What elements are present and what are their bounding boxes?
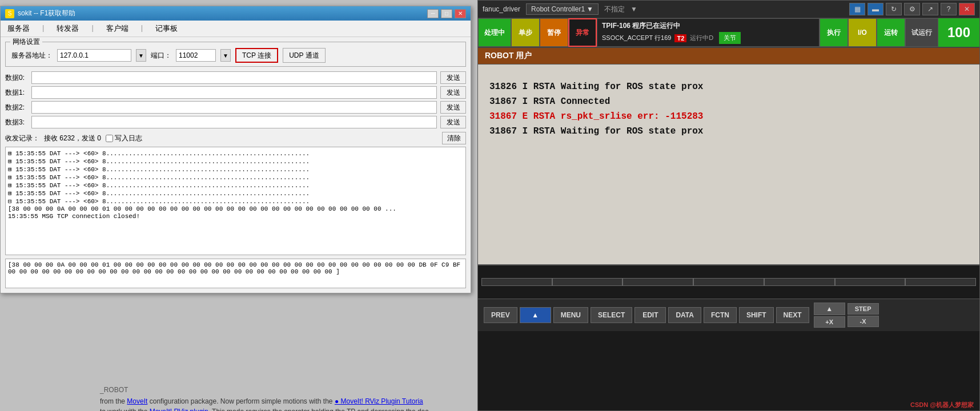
edit-button[interactable]: EDIT [634,307,666,323]
udp-channel-button[interactable]: UDP 通道 [283,48,325,63]
write-log-label[interactable]: 写入日志 [106,134,142,143]
export-icon[interactable]: ↗ [922,3,938,15]
data-row-3: 数据3: 发送 [5,116,466,128]
select-button[interactable]: SELECT [591,307,632,323]
status-processing[interactable]: 处理中 [478,18,511,47]
menu-button[interactable]: MENU [553,307,588,323]
addr-input[interactable] [57,49,131,62]
fanuc-titlebar-icons: ▦ ▬ ↻ ⚙ ↗ ? ✕ [849,3,975,15]
plus-x-button[interactable]: +X [814,316,845,328]
port-label: 端口： [151,51,171,61]
log-line-4: ⊞ 15:35:55 DAT ---> <60> 8..............… [8,182,463,189]
write-log-checkbox[interactable] [106,135,113,142]
shift-button[interactable]: SHIFT [739,307,774,323]
blog-text-4: . This mode requires the operator holdin… [208,408,429,411]
prev-button[interactable]: PREV [484,307,517,323]
status-execute[interactable]: 执行 [820,18,848,47]
log-line-5: ⊞ 15:35:55 DAT ---> <60> 8..............… [8,190,463,197]
sokit-window: S sokit -- F1获取帮助 ─ □ ✕ 服务器 | 转发器 | 客户端 … [0,6,471,293]
robot-label: _ROBOT [100,386,128,394]
menu-separator-2: | [88,22,97,35]
data-input-2[interactable] [31,101,437,114]
menu-notepad[interactable]: 记事板 [152,22,181,35]
blog-text-1: from the [100,397,127,405]
blog-text-3: to work with the [100,408,150,411]
moveit-link[interactable]: MoveIt [127,397,147,405]
data-input-3[interactable] [31,116,437,128]
moveit2-link[interactable]: ● MoveIt! RViz Plugin Tutoria [335,397,423,405]
unspecified-label: 不指定 [604,5,625,14]
softkey-2[interactable] [552,278,623,286]
arrow-column: ▲ +X [814,303,845,328]
softkey-3[interactable] [622,278,693,286]
menu-client[interactable]: 客户端 [103,22,132,35]
next-button[interactable]: NEXT [776,307,809,323]
chevron-down-icon: ▼ [587,5,593,13]
up-arrow-button[interactable]: ▲ [814,303,845,315]
fanuc-window: fanuc_driver Robot Controller1 ▼ 不指定 ▼ ▦… [477,0,980,411]
status-number: 100 [938,18,979,47]
fanuc-titlebar: fanuc_driver Robot Controller1 ▼ 不指定 ▼ ▦… [478,1,979,18]
controller-button[interactable]: Robot Controller1 ▼ [526,3,599,15]
grid-view-icon[interactable]: ▦ [849,3,865,15]
arrow-column-2: STEP -X [848,303,879,327]
log-text-4: ⊞ 15:35:55 DAT ---> <60> 8..............… [8,182,310,189]
send-btn-3[interactable]: 发送 [440,116,466,128]
refresh-icon[interactable]: ↻ [886,3,902,15]
data-input-0[interactable] [31,71,437,84]
data-button[interactable]: DATA [668,307,701,323]
addr-dropdown[interactable]: ▼ [136,49,146,62]
log-line-1: ⊞ 15:35:55 DAT ---> <60> 8..............… [8,158,463,165]
status-close: 关节 [719,32,741,44]
recv-label: 收发记录： [5,134,39,143]
log-line-0: ⊞ 15:35:55 DAT ---> <60> 8..............… [8,150,463,157]
titlebar-left: S sokit -- F1获取帮助 [5,9,75,18]
send-btn-1[interactable]: 发送 [440,86,466,99]
menu-separator-3: | [138,22,146,35]
send-btn-2[interactable]: 发送 [440,101,466,114]
step-button[interactable]: STEP [848,303,879,315]
port-input[interactable] [176,49,216,62]
nav-up-button[interactable]: ▲ [520,307,551,323]
recv-stats: 接收 6232，发送 0 [44,134,101,143]
softkey-4[interactable] [693,278,764,286]
moveit3-link[interactable]: MoveIt! RViz plugin [150,408,208,411]
menu-server[interactable]: 服务器 [4,22,33,35]
fctn-button[interactable]: FCTN [704,307,737,323]
send-btn-0[interactable]: 发送 [440,71,466,84]
settings-icon[interactable]: ⚙ [904,3,920,15]
clear-button[interactable]: 清除 [442,132,466,144]
tcp-connect-button[interactable]: TCP 连接 [235,48,278,63]
fanuc-close-button[interactable]: ✕ [959,3,975,15]
data-input-1[interactable] [31,86,437,99]
softkey-1[interactable] [481,278,552,286]
help-icon[interactable]: ? [941,3,957,15]
minus-x-button[interactable]: -X [848,316,879,327]
log-text-8: 15:35:55 MSG TCP connection closed! [8,213,140,220]
log-area[interactable]: ⊞ 15:35:55 DAT ---> <60> 8..............… [5,147,466,255]
menu-forwarder[interactable]: 转发器 [53,22,82,35]
softkey-5[interactable] [764,278,835,286]
status-single-step[interactable]: 单步 [511,18,540,47]
close-button[interactable]: ✕ [455,9,466,18]
fanuc-title: fanuc_driver [483,5,520,13]
sokit-titlebar: S sokit -- F1获取帮助 ─ □ ✕ [1,6,471,21]
data-row-1: 数据1: 发送 [5,86,466,99]
port-dropdown[interactable]: ▼ [220,49,231,62]
status-test-run[interactable]: 试运行 [905,18,938,47]
dropdown-arrow-icon: ▼ [630,5,637,13]
log-line-3: ⊞ 15:35:55 DAT ---> <60> 8..............… [8,174,463,181]
status-error[interactable]: 异常 [568,18,597,47]
fanuc-softkeys [478,264,979,299]
status-io[interactable]: I/O [848,18,877,47]
log-line-2: ⊞ 15:35:55 DAT ---> <60> 8..............… [8,166,463,173]
minimize-button[interactable]: ─ [427,9,439,18]
softkey-7[interactable] [905,278,976,286]
list-view-icon[interactable]: ▬ [867,3,883,15]
status-running-btn[interactable]: 运转 [877,18,905,47]
softkey-6[interactable] [835,278,906,286]
data-label-1: 数据1: [5,88,28,98]
status-pause[interactable]: 暂停 [540,18,568,47]
log-text-1: ⊞ 15:35:55 DAT ---> <60> 8..............… [8,158,310,165]
maximize-button[interactable]: □ [441,9,452,18]
